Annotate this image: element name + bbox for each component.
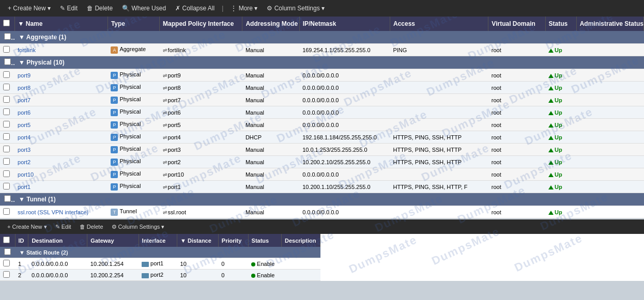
th-ip-netmask[interactable]: IP/Netmask [299, 17, 390, 31]
row-checkbox[interactable] [3, 46, 10, 53]
group-header-tunnel[interactable]: ▼ Tunnel (1) [0, 193, 644, 206]
cell-name: port3 [14, 144, 108, 156]
row-checkbox[interactable] [3, 121, 10, 128]
route-group-header-static_route[interactable]: ▼ Static Route (2) [0, 247, 320, 258]
bottom-table-area: ID Destination Gateway Interface ▼ Dista… [0, 234, 644, 281]
group-checkbox-tunnel[interactable] [4, 195, 11, 202]
rth-interface[interactable]: Interface [139, 234, 177, 247]
table-header-row: ▼ Name Type Mapped Policy Interface Addr… [0, 17, 644, 31]
route-table: ID Destination Gateway Interface ▼ Dista… [0, 234, 320, 281]
th-status[interactable]: Status [545, 17, 576, 31]
table-row[interactable]: port1 PPhysical ⇌port1 Manual 10.200.1.1… [0, 181, 644, 193]
rth-distance[interactable]: ▼ Distance [177, 234, 219, 247]
th-type[interactable]: Type [108, 17, 159, 31]
table-row[interactable]: port3 PPhysical ⇌port3 Manual 10.0.1.253… [0, 144, 644, 156]
rth-gateway[interactable]: Gateway [87, 234, 139, 247]
group-header-aggregate[interactable]: ▼ Aggregate (1) [0, 31, 644, 44]
column-settings-button[interactable]: ⚙ Column Settings ▾ [263, 3, 328, 13]
cell-destination: 0.0.0.0/0.0.0.0 [28, 258, 87, 270]
cell-status: Up [545, 82, 576, 94]
cell-name: port8 [14, 82, 108, 94]
rth-description[interactable]: Description [281, 234, 320, 247]
cell-type: PPhysical [108, 82, 159, 94]
cell-gateway: 10.200.1.254 [87, 258, 139, 270]
th-access[interactable]: Access [390, 17, 488, 31]
row-checkbox[interactable] [3, 71, 10, 78]
bottom-column-settings-button[interactable]: ⚙ Column Settings ▾ [109, 223, 168, 231]
cell-vdomain: root [488, 94, 545, 106]
cell-status: Up [545, 106, 576, 119]
row-checkbox[interactable] [3, 96, 10, 103]
more-button[interactable]: ⋮ More ▾ [227, 3, 261, 13]
rth-checkbox [0, 234, 15, 247]
group-checkbox-physical[interactable] [4, 58, 11, 65]
table-row[interactable]: port7 PPhysical ⇌port7 Manual 0.0.0.0/0.… [0, 94, 644, 106]
cell-mapped: ⇌port2 [160, 156, 242, 168]
edit-button[interactable]: ✎ Edit [56, 3, 81, 13]
table-row[interactable]: ssl.root (SSL VPN interface) TTunnel ⇌ss… [0, 206, 644, 218]
bottom-delete-button[interactable]: 🗑 Delete [76, 223, 106, 231]
table-row[interactable]: port4 PPhysical ⇌port4 DHCP 192.168.1.18… [0, 131, 644, 144]
cell-ip: 10.200.1.10/255.255.255.0 [299, 181, 390, 193]
cell-ip: 10.0.1.253/255.255.255.0 [299, 144, 390, 156]
route-row[interactable]: 2 0.0.0.0/0.0.0.0 10.200.2.254 port2 10 … [0, 270, 320, 281]
route-select-all-checkbox[interactable] [3, 236, 10, 243]
table-row[interactable]: port6 PPhysical ⇌port6 Manual 0.0.0.0/0.… [0, 106, 644, 119]
row-checkbox[interactable] [3, 208, 10, 215]
row-checkbox[interactable] [3, 133, 10, 140]
rth-id[interactable]: ID [15, 234, 28, 247]
cell-destination: 0.0.0.0/0.0.0.0 [28, 270, 87, 281]
delete-button[interactable]: 🗑 Delete [83, 3, 116, 13]
route-row[interactable]: 1 0.0.0.0/0.0.0.0 10.200.1.254 port1 10 … [0, 258, 320, 270]
select-all-checkbox[interactable] [3, 20, 10, 26]
th-mapped-policy[interactable]: Mapped Policy Interface [160, 17, 242, 31]
route-row-checkbox[interactable] [3, 271, 10, 278]
th-admin-status[interactable]: Administrative Status [576, 17, 643, 31]
cell-admin-status [576, 156, 643, 168]
route-group-checkbox[interactable] [4, 248, 11, 255]
bottom-create-new-button[interactable]: + Create New ▾ [4, 223, 50, 231]
cell-priority: 0 [218, 258, 248, 270]
cell-addressing: Manual [242, 119, 299, 131]
row-checkbox[interactable] [3, 170, 10, 177]
group-header-physical[interactable]: ▼ Physical (10) [0, 56, 644, 69]
th-virtual-domain[interactable]: Virtual Domain [488, 17, 545, 31]
row-checkbox[interactable] [3, 183, 10, 190]
table-row[interactable]: fortilink AAggregate ⇌fortilink Manual 1… [0, 44, 644, 56]
table-row[interactable]: port2 PPhysical ⇌port2 Manual 10.200.2.1… [0, 156, 644, 168]
cell-access: PING [390, 44, 488, 56]
cell-vdomain: root [488, 206, 545, 218]
cell-access: HTTPS, PING, SSH, HTTP [390, 131, 488, 144]
row-checkbox[interactable] [3, 146, 10, 152]
table-row[interactable]: port8 PPhysical ⇌port8 Manual 0.0.0.0/0.… [0, 82, 644, 94]
cell-vdomain: root [488, 44, 545, 56]
cell-vdomain: root [488, 131, 545, 144]
route-row-checkbox[interactable] [3, 260, 10, 266]
cell-addressing: Manual [242, 106, 299, 119]
rth-destination[interactable]: Destination [28, 234, 87, 247]
cell-route-id: 1 [15, 258, 28, 270]
row-checkbox[interactable] [3, 84, 10, 90]
table-row[interactable]: port9 PPhysical ⇌port9 Manual 0.0.0.0/0.… [0, 69, 644, 82]
create-new-button[interactable]: + Create New ▾ [4, 3, 54, 13]
cell-type: TTunnel [108, 206, 159, 218]
interface-table: ▼ Name Type Mapped Policy Interface Addr… [0, 17, 644, 218]
bottom-edit-button[interactable]: ✎ Edit [52, 223, 74, 231]
th-addressing-mode[interactable]: Addressing Mode [242, 17, 299, 31]
collapse-all-button[interactable]: ✗ Collapse All [172, 3, 218, 13]
cell-ip: 192.168.1.184/255.255.255.0 [299, 131, 390, 144]
row-checkbox[interactable] [3, 108, 10, 115]
table-row[interactable]: port10 PPhysical ⇌port10 Manual 0.0.0.0/… [0, 168, 644, 181]
rth-status[interactable]: Status [248, 234, 281, 247]
cell-vdomain: root [488, 156, 545, 168]
rth-priority[interactable]: Priority [218, 234, 248, 247]
cell-ip: 0.0.0.0/0.0.0.0 [299, 69, 390, 82]
where-used-button[interactable]: 🔍 Where Used [118, 3, 170, 13]
cell-admin-status [576, 168, 643, 181]
cell-status: Up [545, 144, 576, 156]
table-row[interactable]: port5 PPhysical ⇌port5 Manual 0.0.0.0/0.… [0, 119, 644, 131]
group-checkbox-aggregate[interactable] [4, 33, 11, 40]
row-checkbox[interactable] [3, 158, 10, 165]
cell-addressing: Manual [242, 82, 299, 94]
th-name[interactable]: ▼ Name [14, 17, 108, 31]
